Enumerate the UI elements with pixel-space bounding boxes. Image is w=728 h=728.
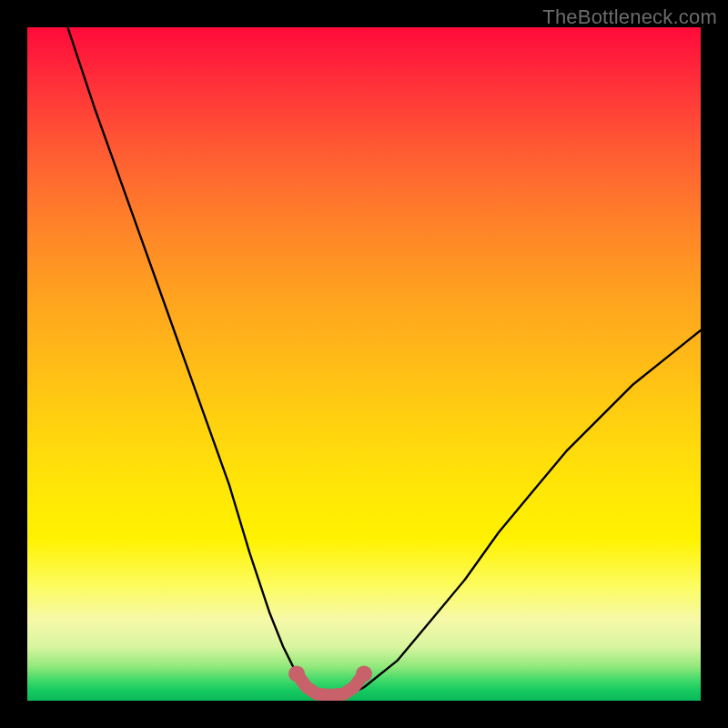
optimal-endpoint-dot bbox=[356, 665, 372, 682]
bottleneck-curve-path bbox=[67, 27, 701, 694]
watermark-text: TheBottleneck.com bbox=[542, 5, 717, 29]
optimal-zone-path bbox=[297, 673, 364, 695]
curve-svg bbox=[27, 27, 701, 701]
optimal-endpoint-dot bbox=[288, 665, 305, 682]
plot-area bbox=[27, 27, 701, 701]
chart-frame: TheBottleneck.com bbox=[0, 0, 728, 728]
optimal-zone-dots bbox=[288, 665, 372, 682]
